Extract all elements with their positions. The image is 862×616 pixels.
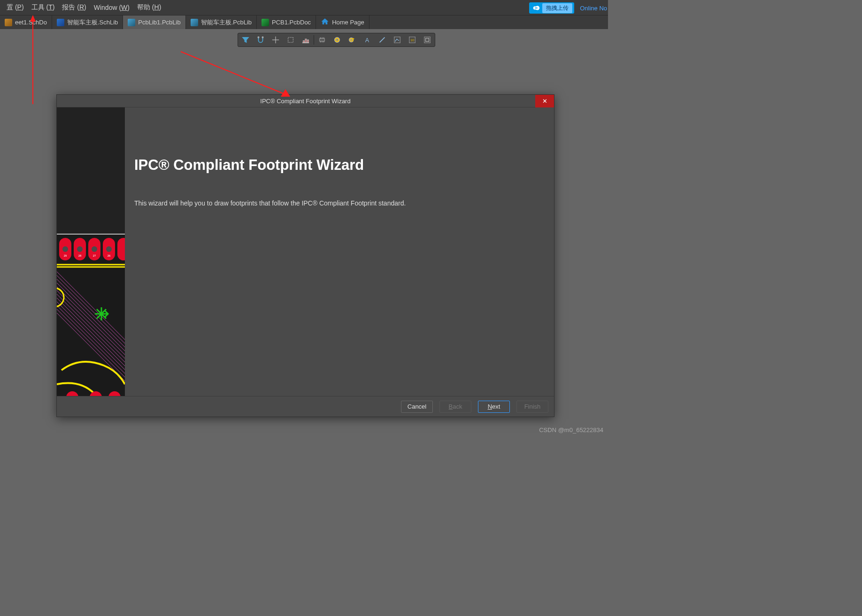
cloud-upload-app[interactable]: 拖拽上传 — [529, 2, 574, 14]
menu-help[interactable]: 帮助 (H) — [133, 1, 165, 14]
pcb-artwork: 29 28 27 26 — [57, 229, 125, 396]
tab-schlib[interactable]: 智能车主板.SchLib — [52, 15, 123, 29]
cloud-upload-label: 拖拽上传 — [542, 3, 572, 13]
online-status-label[interactable]: Online No — [580, 5, 608, 12]
dialog-title: IPC® Compliant Footprint Wizard — [260, 98, 350, 105]
svg-rect-24 — [394, 37, 400, 43]
wizard-description: This wizard will help you to draw footpr… — [134, 199, 545, 207]
tab-label: eet1.SchDo — [15, 19, 47, 26]
menu-report[interactable]: 报告 (R) — [58, 1, 90, 14]
tab-pcblib1[interactable]: PcbLib1.PcbLib — [123, 15, 185, 29]
pad-circle-icon[interactable] — [330, 33, 345, 46]
polyline-icon[interactable] — [390, 33, 405, 46]
menu-tools[interactable]: 工具 (T) — [28, 1, 59, 14]
back-button: Back — [439, 401, 471, 413]
svg-text:26: 26 — [108, 254, 111, 257]
svg-point-19 — [336, 39, 338, 41]
pcblib-icon — [191, 19, 198, 26]
svg-rect-8 — [305, 39, 307, 43]
ic-icon[interactable] — [315, 33, 330, 46]
cloud-icon — [531, 3, 541, 13]
pcblib-toolbar: A 10 — [238, 33, 435, 47]
svg-rect-11 — [320, 38, 325, 41]
home-icon — [321, 17, 329, 27]
svg-line-31 — [181, 52, 284, 94]
svg-point-2 — [258, 37, 259, 38]
layer-icon[interactable] — [420, 33, 435, 46]
dimension-icon[interactable]: 10 — [405, 33, 420, 46]
svg-text:28: 28 — [78, 254, 82, 257]
ipc-wizard-dialog: IPC® Compliant Footprint Wizard ✕ 29 28 … — [56, 94, 554, 417]
dialog-side-graphic: 29 28 27 26 — [57, 107, 125, 396]
menu-bar: 置 (P) 工具 (T) 报告 (R) Window (W) 帮助 (H) — [0, 0, 608, 15]
text-icon[interactable]: A — [360, 33, 375, 46]
next-button[interactable]: Next — [478, 401, 510, 413]
menu-window[interactable]: Window (W) — [90, 2, 133, 13]
tab-home[interactable]: Home Page — [316, 15, 369, 29]
wizard-heading: IPC® Compliant Footprint Wizard — [134, 157, 545, 174]
svg-text:A: A — [365, 37, 369, 44]
svg-text:29: 29 — [64, 254, 67, 257]
svg-line-23 — [380, 38, 385, 43]
toolbar-separator — [314, 35, 314, 45]
svg-point-42 — [106, 246, 112, 252]
csdn-watermark: CSDN @m0_65222834 — [539, 426, 603, 433]
svg-text:10: 10 — [410, 38, 414, 42]
tab-label: PCB1.PcbDoc — [272, 19, 311, 26]
menu-place[interactable]: 置 (P) — [3, 1, 28, 14]
svg-text:27: 27 — [93, 254, 96, 257]
align-icon[interactable] — [298, 33, 313, 46]
crosshair-icon[interactable] — [268, 33, 283, 46]
tab-sheet1[interactable]: eet1.SchDo — [0, 15, 52, 29]
tab-label: Home Page — [332, 19, 364, 26]
finish-button: Finish — [516, 401, 548, 413]
select-rect-icon[interactable] — [283, 33, 298, 46]
tab-label: PcbLib1.PcbLib — [138, 19, 180, 26]
svg-point-21 — [351, 39, 352, 41]
annotation-arrow-2 — [178, 47, 291, 99]
pcb-icon — [262, 19, 269, 26]
schematic-icon — [5, 19, 12, 26]
line-icon[interactable] — [375, 33, 390, 46]
pcblib-icon — [128, 19, 135, 26]
svg-rect-38 — [117, 238, 125, 260]
filter-icon[interactable] — [238, 33, 253, 46]
svg-point-3 — [262, 37, 263, 38]
dialog-footer: Cancel Back Next Finish — [57, 396, 554, 417]
cloud-strip: 拖拽上传 Online No — [529, 2, 608, 14]
tab-label: 智能车主板.PcbLib — [201, 18, 252, 27]
dialog-body: 29 28 27 26 — [57, 107, 554, 396]
dialog-main: IPC® Compliant Footprint Wizard This wiz… — [125, 107, 554, 396]
svg-rect-28 — [425, 38, 429, 41]
via-icon[interactable] — [345, 33, 360, 46]
close-icon: ✕ — [542, 98, 547, 105]
svg-point-39 — [62, 246, 68, 252]
tab-label: 智能车主板.SchLib — [67, 18, 118, 27]
snap-icon[interactable] — [253, 33, 268, 46]
schlib-icon — [57, 19, 64, 26]
svg-point-41 — [92, 246, 97, 252]
tab-pcblib2[interactable]: 智能车主板.PcbLib — [186, 15, 257, 29]
cancel-button[interactable]: Cancel — [401, 401, 433, 413]
document-tab-bar: eet1.SchDo 智能车主板.SchLib PcbLib1.PcbLib 智… — [0, 15, 608, 29]
svg-rect-9 — [308, 40, 309, 43]
tab-pcbdoc[interactable]: PCB1.PcbDoc — [257, 15, 316, 29]
dialog-title-bar[interactable]: IPC® Compliant Footprint Wizard ✕ — [57, 95, 554, 107]
close-button[interactable]: ✕ — [535, 95, 554, 107]
svg-rect-6 — [288, 38, 293, 43]
svg-point-40 — [77, 246, 83, 252]
